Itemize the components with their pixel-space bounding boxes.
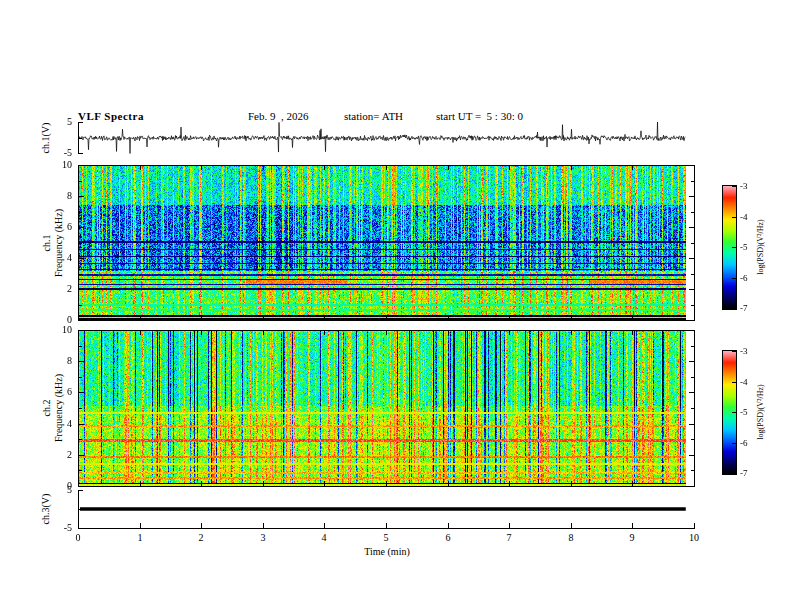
tick-mark: [689, 392, 694, 393]
tick-label: 9: [622, 532, 642, 544]
ch1-waveform-panel: [78, 122, 695, 154]
colorbar-tick-label: -5: [740, 241, 760, 253]
tick-mark: [691, 212, 694, 213]
tick-mark: [632, 481, 633, 486]
tick-mark: [732, 278, 736, 279]
tick-mark: [324, 523, 325, 528]
colorbar-tick-label: -7: [740, 467, 760, 479]
tick-mark: [732, 186, 736, 187]
tick-mark: [732, 351, 736, 352]
tick-mark: [140, 315, 141, 320]
ch1-waveform-canvas: [79, 122, 695, 154]
tick-mark: [79, 486, 84, 487]
colorbar-tick-label: -4: [740, 211, 760, 223]
tick-label: 2: [48, 449, 72, 461]
tick-mark: [79, 346, 82, 347]
tick-mark: [78, 315, 79, 320]
tick-mark: [732, 443, 736, 444]
tick-label: 10: [48, 324, 72, 336]
tick-mark: [79, 528, 83, 529]
tick-mark: [694, 315, 695, 320]
tick-label: 5: [48, 484, 72, 496]
colorbar-tick-label: -6: [740, 272, 760, 284]
tick-mark: [79, 470, 82, 471]
ch2-channel-axis-label: ch.2: [41, 400, 52, 417]
tick-mark: [79, 439, 82, 440]
tick-mark: [509, 481, 510, 486]
colorbar-tick-label: -3: [740, 345, 760, 357]
ch2-spectrogram-panel: [78, 330, 695, 487]
tick-mark: [694, 331, 695, 335]
tick-mark: [79, 138, 82, 139]
tick-mark: [448, 166, 449, 170]
colorbar-tick-label: -4: [740, 376, 760, 388]
tick-mark: [691, 305, 694, 306]
ch1-spectrogram-canvas: [79, 166, 694, 320]
tick-mark: [689, 258, 694, 259]
tick-mark: [140, 331, 141, 335]
tick-mark: [263, 166, 264, 170]
tick-mark: [79, 392, 84, 393]
tick-label: 6: [48, 386, 72, 398]
tick-label: 8: [561, 532, 581, 544]
tick-label: 8: [48, 355, 72, 367]
tick-mark: [448, 331, 449, 335]
figure-title: VLF Spectra: [78, 110, 144, 122]
tick-mark: [79, 274, 82, 275]
tick-mark: [78, 481, 79, 486]
tick-mark: [691, 408, 694, 409]
ch3-waveform-canvas: [79, 490, 695, 528]
tick-mark: [571, 315, 572, 320]
tick-mark: [386, 481, 387, 486]
tick-mark: [689, 455, 694, 456]
tick-mark: [448, 481, 449, 486]
tick-mark: [689, 227, 694, 228]
tick-mark: [201, 523, 202, 528]
tick-mark: [79, 330, 84, 331]
tick-label: 6: [48, 221, 72, 233]
tick-mark: [79, 227, 84, 228]
tick-mark: [448, 315, 449, 320]
tick-label: -5: [48, 147, 72, 159]
tick-mark: [79, 212, 82, 213]
tick-mark: [201, 315, 202, 320]
tick-mark: [571, 523, 572, 528]
colorbar-tick-label: -7: [740, 302, 760, 314]
tick-mark: [632, 331, 633, 335]
ch1-spectrogram-panel: [78, 165, 695, 321]
tick-label: 10: [684, 532, 704, 544]
ch1-channel-axis-label: ch.1: [41, 235, 52, 252]
tick-mark: [79, 196, 84, 197]
tick-label: 3: [253, 532, 273, 544]
tick-mark: [689, 424, 694, 425]
ch2-frequency-axis-label: Frequency (kHz): [53, 374, 64, 442]
tick-mark: [694, 481, 695, 486]
tick-label: 6: [438, 532, 458, 544]
colorbar-tick-label: -5: [740, 406, 760, 418]
tick-mark: [689, 361, 694, 362]
tick-mark: [571, 166, 572, 170]
colorbar-tick-label: -3: [740, 180, 760, 192]
tick-mark: [79, 305, 82, 306]
tick-mark: [79, 289, 84, 290]
tick-mark: [448, 523, 449, 528]
tick-mark: [689, 196, 694, 197]
tick-mark: [571, 331, 572, 335]
start-ut-label: start UT = 5 : 30: 0: [436, 110, 523, 122]
tick-label: 0: [68, 532, 88, 544]
tick-label: 2: [191, 532, 211, 544]
tick-label: 1: [130, 532, 150, 544]
tick-mark: [632, 166, 633, 170]
tick-mark: [79, 490, 83, 491]
tick-mark: [79, 258, 84, 259]
tick-mark: [632, 315, 633, 320]
tick-mark: [324, 331, 325, 335]
tick-label: 4: [48, 418, 72, 430]
tick-mark: [324, 315, 325, 320]
tick-mark: [732, 217, 736, 218]
tick-label: 5: [48, 116, 72, 128]
tick-label: 2: [48, 283, 72, 295]
tick-mark: [691, 346, 694, 347]
colorbar-tick-label: -6: [740, 437, 760, 449]
tick-mark: [571, 481, 572, 486]
